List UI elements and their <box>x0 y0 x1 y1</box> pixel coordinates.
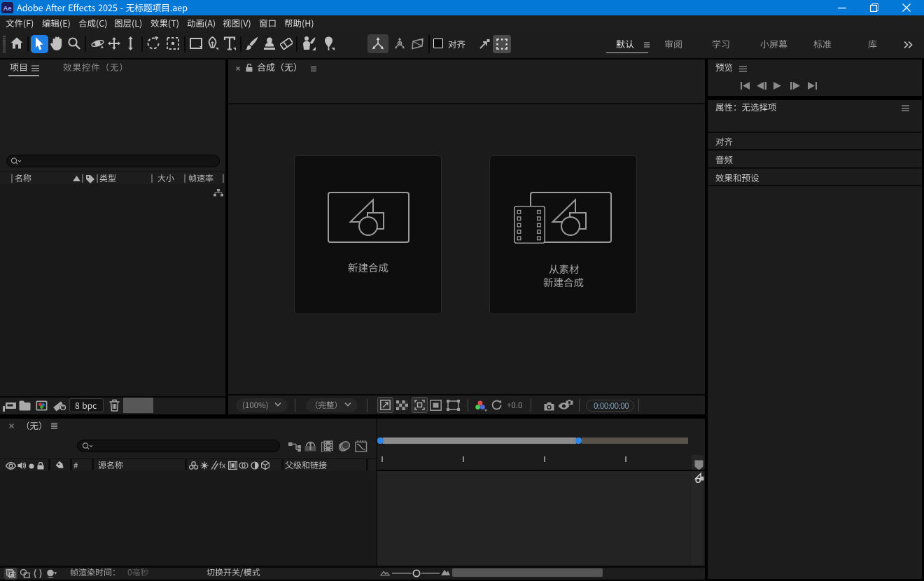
svg-text:Ae: Ae <box>3 4 11 12</box>
